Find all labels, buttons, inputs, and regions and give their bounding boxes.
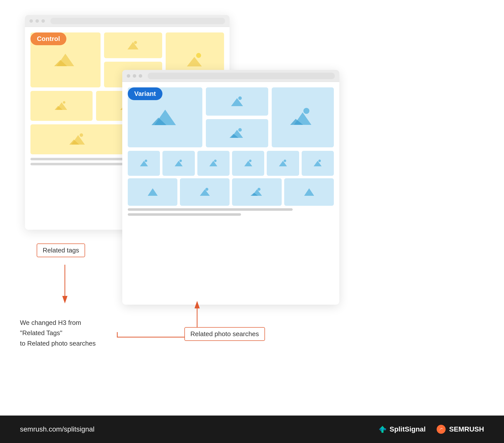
arrow-related-tags-down — [57, 265, 72, 305]
svg-point-35 — [214, 160, 217, 162]
control-titlebar — [25, 15, 230, 27]
svg-point-46 — [257, 188, 260, 191]
variant-bottom-row — [128, 178, 334, 206]
v-bot-icon-2 — [198, 187, 211, 197]
footer-url: semrush.com/splitsignal — [20, 425, 95, 433]
annotation-content: We changed H3 from "Related Tags" to Rel… — [20, 319, 96, 347]
svg-point-44 — [205, 188, 208, 191]
control-img-bot1 — [30, 124, 126, 154]
v-bot-icon-4 — [303, 187, 316, 197]
mountain-icon-sm1 — [126, 40, 140, 51]
blue-mountain-large — [151, 107, 179, 128]
v-mid-5 — [267, 151, 299, 176]
v-mid-icon-5 — [277, 159, 288, 168]
variant-stack-1 — [206, 87, 268, 147]
svg-point-39 — [284, 160, 286, 162]
svg-point-8 — [63, 101, 65, 104]
svg-marker-7 — [187, 57, 202, 66]
related-photo-searches-label: Related photo searches — [190, 330, 259, 338]
v-bot-2 — [180, 178, 230, 206]
v-dot-1 — [127, 74, 130, 78]
variant-mid-row — [128, 151, 334, 176]
svg-point-53 — [437, 425, 446, 434]
mountain-icon-large2 — [185, 52, 205, 68]
address-bar-variant — [148, 73, 335, 79]
v-bot-1 — [128, 178, 177, 206]
variant-img-sm2 — [206, 119, 268, 147]
variant-img-large2 — [272, 87, 334, 147]
svg-point-37 — [249, 160, 252, 162]
splitsignal-label: SplitSignal — [389, 425, 426, 433]
svg-marker-43 — [148, 188, 158, 196]
mountain-icon-large — [54, 51, 77, 69]
dot-2 — [35, 19, 39, 23]
v-mid-icon-4 — [243, 159, 254, 168]
v-bot-4 — [284, 178, 334, 206]
address-bar-control — [50, 18, 225, 24]
control-img-sm1 — [104, 32, 162, 58]
variant-content: Variant — [122, 82, 339, 305]
annotation-text: We changed H3 from "Related Tags" to Rel… — [20, 307, 96, 349]
svg-point-31 — [145, 160, 147, 162]
variant-img-sm1 — [206, 87, 268, 116]
related-tags-label: Related tags — [43, 246, 79, 254]
v-mid-icon-2 — [173, 159, 184, 168]
svg-marker-49 — [304, 188, 314, 196]
svg-point-41 — [318, 160, 321, 162]
variant-browser: Variant — [122, 70, 339, 305]
v-mid-4 — [232, 151, 264, 176]
dot-3 — [41, 19, 45, 23]
blue-mountain-sm1 — [230, 96, 245, 108]
v-dot-3 — [139, 74, 142, 78]
blue-mountain-sm2 — [230, 127, 245, 139]
mountain-icon-mid1 — [55, 100, 69, 111]
v-bot-icon-3 — [251, 187, 263, 197]
footer: semrush.com/splitsignal SplitSignal SEMR… — [0, 416, 504, 443]
v-mid-6 — [302, 151, 334, 176]
mountain-icon-bot1 — [69, 133, 87, 146]
v-mid-1 — [128, 151, 160, 176]
svg-point-28 — [303, 108, 309, 114]
v-bot-3 — [232, 178, 282, 206]
v-bot-icon-1 — [146, 187, 159, 197]
svg-marker-45 — [200, 189, 210, 196]
v-mid-2 — [162, 151, 195, 176]
v-mid-icon-1 — [138, 159, 149, 168]
semrush-logo: SEMRUSH — [436, 424, 484, 435]
semrush-icon — [436, 424, 447, 435]
control-img-mid1 — [30, 91, 93, 121]
variant-badge: Variant — [128, 87, 162, 100]
svg-point-6 — [196, 53, 201, 58]
v-mid-icon-3 — [208, 159, 219, 168]
svg-point-23 — [238, 96, 242, 100]
semrush-label: SEMRUSH — [449, 425, 484, 433]
footer-logos: SplitSignal SEMRUSH — [378, 424, 484, 435]
svg-point-33 — [179, 160, 182, 162]
v-mid-3 — [197, 151, 230, 176]
svg-point-25 — [238, 128, 242, 132]
related-photo-searches-box: Related photo searches — [184, 327, 265, 341]
v-dot-2 — [133, 74, 136, 78]
splitsignal-icon — [378, 425, 387, 434]
blue-mountain-large2 — [290, 107, 315, 127]
control-badge: Control — [30, 32, 66, 45]
v-mid-icon-6 — [312, 159, 323, 168]
svg-point-2 — [134, 41, 137, 44]
variant-titlebar — [122, 70, 339, 82]
dot-1 — [29, 19, 33, 23]
related-tags-box: Related tags — [37, 243, 85, 257]
splitsignal-logo: SplitSignal — [378, 425, 426, 434]
svg-point-16 — [80, 133, 83, 137]
variant-gray-lines — [128, 208, 334, 216]
